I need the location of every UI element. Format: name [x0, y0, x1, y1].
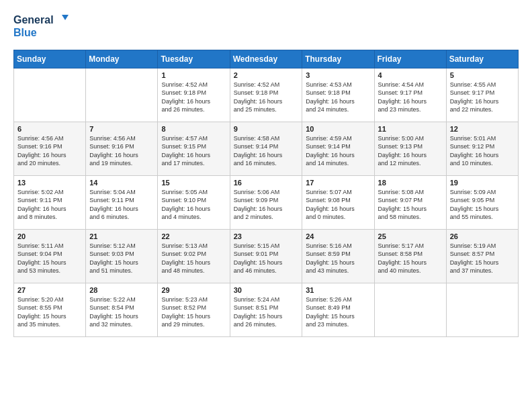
calendar-cell: 12Sunrise: 5:01 AM Sunset: 9:12 PM Dayli… [446, 122, 518, 175]
day-content: Sunrise: 5:12 AM Sunset: 9:03 PM Dayligh… [89, 242, 154, 275]
calendar-cell: 22Sunrise: 5:13 AM Sunset: 9:02 PM Dayli… [158, 229, 230, 283]
day-content: Sunrise: 5:00 AM Sunset: 9:13 PM Dayligh… [378, 134, 443, 168]
day-content: Sunrise: 5:26 AM Sunset: 8:49 PM Dayligh… [306, 295, 370, 329]
day-content: Sunrise: 5:23 AM Sunset: 8:52 PM Dayligh… [161, 295, 226, 329]
calendar-cell: 9Sunrise: 4:58 AM Sunset: 9:14 PM Daylig… [230, 122, 302, 175]
day-content: Sunrise: 5:02 AM Sunset: 9:11 PM Dayligh… [17, 188, 82, 222]
calendar-cell: 24Sunrise: 5:16 AM Sunset: 8:59 PM Dayli… [302, 229, 374, 283]
day-number: 19 [450, 179, 515, 187]
page-header: General Blue [13, 13, 519, 39]
day-number: 24 [306, 232, 370, 240]
day-content: Sunrise: 5:06 AM Sunset: 9:09 PM Dayligh… [234, 188, 299, 222]
calendar-cell: 21Sunrise: 5:12 AM Sunset: 9:03 PM Dayli… [86, 229, 158, 283]
day-number: 5 [450, 71, 515, 79]
day-number: 4 [378, 71, 443, 79]
calendar-cell: 30Sunrise: 5:24 AM Sunset: 8:51 PM Dayli… [230, 283, 302, 336]
calendar-header-saturday: Saturday [446, 50, 518, 68]
calendar-header-thursday: Thursday [302, 50, 374, 68]
day-number: 27 [17, 286, 82, 294]
day-content: Sunrise: 5:05 AM Sunset: 9:10 PM Dayligh… [161, 188, 226, 222]
day-number: 20 [17, 232, 82, 240]
calendar-cell: 7Sunrise: 4:56 AM Sunset: 9:16 PM Daylig… [86, 122, 158, 175]
day-number: 12 [450, 125, 515, 133]
calendar-cell: 17Sunrise: 5:07 AM Sunset: 9:08 PM Dayli… [302, 175, 374, 229]
calendar-cell: 4Sunrise: 4:54 AM Sunset: 9:17 PM Daylig… [374, 68, 446, 122]
calendar-cell: 13Sunrise: 5:02 AM Sunset: 9:11 PM Dayli… [14, 175, 86, 229]
day-number: 3 [306, 71, 370, 79]
day-content: Sunrise: 5:04 AM Sunset: 9:11 PM Dayligh… [89, 188, 154, 222]
day-number: 16 [234, 179, 299, 187]
day-number: 10 [306, 125, 370, 133]
day-number: 11 [378, 125, 443, 133]
day-number: 21 [89, 232, 154, 240]
day-number: 31 [306, 286, 370, 294]
calendar-cell: 6Sunrise: 4:56 AM Sunset: 9:16 PM Daylig… [14, 122, 86, 175]
logo-blue: Blue [13, 27, 69, 39]
calendar-header-friday: Friday [374, 50, 446, 68]
calendar-week-row: 1Sunrise: 4:52 AM Sunset: 9:18 PM Daylig… [14, 68, 519, 122]
day-number: 18 [378, 179, 443, 187]
day-content: Sunrise: 4:56 AM Sunset: 9:16 PM Dayligh… [17, 134, 82, 168]
day-number: 23 [234, 232, 299, 240]
calendar-cell [86, 68, 158, 122]
calendar-cell: 26Sunrise: 5:19 AM Sunset: 8:57 PM Dayli… [446, 229, 518, 283]
calendar-cell: 11Sunrise: 5:00 AM Sunset: 9:13 PM Dayli… [374, 122, 446, 175]
calendar-header-monday: Monday [86, 50, 158, 68]
day-content: Sunrise: 5:16 AM Sunset: 8:59 PM Dayligh… [306, 242, 370, 275]
calendar-cell: 5Sunrise: 4:55 AM Sunset: 9:17 PM Daylig… [446, 68, 518, 122]
day-content: Sunrise: 5:22 AM Sunset: 8:54 PM Dayligh… [89, 295, 154, 329]
day-content: Sunrise: 5:09 AM Sunset: 9:05 PM Dayligh… [450, 188, 515, 222]
calendar-cell: 23Sunrise: 5:15 AM Sunset: 9:01 PM Dayli… [230, 229, 302, 283]
day-content: Sunrise: 4:56 AM Sunset: 9:16 PM Dayligh… [89, 134, 154, 168]
day-content: Sunrise: 4:59 AM Sunset: 9:14 PM Dayligh… [306, 134, 370, 168]
calendar-cell: 2Sunrise: 4:52 AM Sunset: 9:18 PM Daylig… [230, 68, 302, 122]
logo-general: General [13, 14, 54, 26]
day-number: 29 [161, 286, 226, 294]
day-content: Sunrise: 5:07 AM Sunset: 9:08 PM Dayligh… [306, 188, 370, 222]
day-number: 6 [17, 125, 82, 133]
day-number: 28 [89, 286, 154, 294]
day-content: Sunrise: 5:19 AM Sunset: 8:57 PM Dayligh… [450, 242, 515, 275]
day-number: 8 [161, 125, 226, 133]
day-content: Sunrise: 4:57 AM Sunset: 9:15 PM Dayligh… [161, 134, 226, 168]
day-content: Sunrise: 4:52 AM Sunset: 9:18 PM Dayligh… [161, 81, 226, 114]
calendar-header-wednesday: Wednesday [230, 50, 302, 68]
day-content: Sunrise: 4:55 AM Sunset: 9:17 PM Dayligh… [450, 81, 515, 114]
day-content: Sunrise: 5:24 AM Sunset: 8:51 PM Dayligh… [234, 295, 299, 329]
calendar-cell: 3Sunrise: 4:53 AM Sunset: 9:18 PM Daylig… [302, 68, 374, 122]
calendar-cell: 27Sunrise: 5:20 AM Sunset: 8:55 PM Dayli… [14, 283, 86, 336]
calendar-header-tuesday: Tuesday [158, 50, 230, 68]
logo-bird-icon [55, 13, 69, 27]
calendar-cell: 15Sunrise: 5:05 AM Sunset: 9:10 PM Dayli… [158, 175, 230, 229]
calendar-header-sunday: Sunday [14, 50, 86, 68]
day-number: 7 [89, 125, 154, 133]
day-number: 14 [89, 179, 154, 187]
calendar-cell: 31Sunrise: 5:26 AM Sunset: 8:49 PM Dayli… [302, 283, 374, 336]
calendar-cell: 8Sunrise: 4:57 AM Sunset: 9:15 PM Daylig… [158, 122, 230, 175]
day-content: Sunrise: 4:53 AM Sunset: 9:18 PM Dayligh… [306, 81, 370, 114]
day-number: 2 [234, 71, 299, 79]
calendar-cell: 16Sunrise: 5:06 AM Sunset: 9:09 PM Dayli… [230, 175, 302, 229]
calendar-cell [14, 68, 86, 122]
day-content: Sunrise: 4:54 AM Sunset: 9:17 PM Dayligh… [378, 81, 443, 114]
day-content: Sunrise: 5:17 AM Sunset: 8:58 PM Dayligh… [378, 242, 443, 275]
calendar-week-row: 27Sunrise: 5:20 AM Sunset: 8:55 PM Dayli… [14, 283, 519, 336]
calendar-week-row: 6Sunrise: 4:56 AM Sunset: 9:16 PM Daylig… [14, 122, 519, 175]
calendar-header-row: SundayMondayTuesdayWednesdayThursdayFrid… [14, 50, 519, 68]
calendar-week-row: 13Sunrise: 5:02 AM Sunset: 9:11 PM Dayli… [14, 175, 519, 229]
calendar-cell [374, 283, 446, 336]
calendar-week-row: 20Sunrise: 5:11 AM Sunset: 9:04 PM Dayli… [14, 229, 519, 283]
calendar-cell: 14Sunrise: 5:04 AM Sunset: 9:11 PM Dayli… [86, 175, 158, 229]
calendar-table: SundayMondayTuesdayWednesdayThursdayFrid… [13, 50, 519, 337]
calendar-cell: 28Sunrise: 5:22 AM Sunset: 8:54 PM Dayli… [86, 283, 158, 336]
calendar-cell: 25Sunrise: 5:17 AM Sunset: 8:58 PM Dayli… [374, 229, 446, 283]
day-content: Sunrise: 4:58 AM Sunset: 9:14 PM Dayligh… [234, 134, 299, 168]
day-content: Sunrise: 5:20 AM Sunset: 8:55 PM Dayligh… [17, 295, 82, 329]
day-content: Sunrise: 5:13 AM Sunset: 9:02 PM Dayligh… [161, 242, 226, 275]
logo: General Blue [13, 13, 69, 39]
day-number: 1 [161, 71, 226, 79]
calendar-cell: 29Sunrise: 5:23 AM Sunset: 8:52 PM Dayli… [158, 283, 230, 336]
calendar-cell: 10Sunrise: 4:59 AM Sunset: 9:14 PM Dayli… [302, 122, 374, 175]
day-content: Sunrise: 5:08 AM Sunset: 9:07 PM Dayligh… [378, 188, 443, 222]
day-number: 25 [378, 232, 443, 240]
